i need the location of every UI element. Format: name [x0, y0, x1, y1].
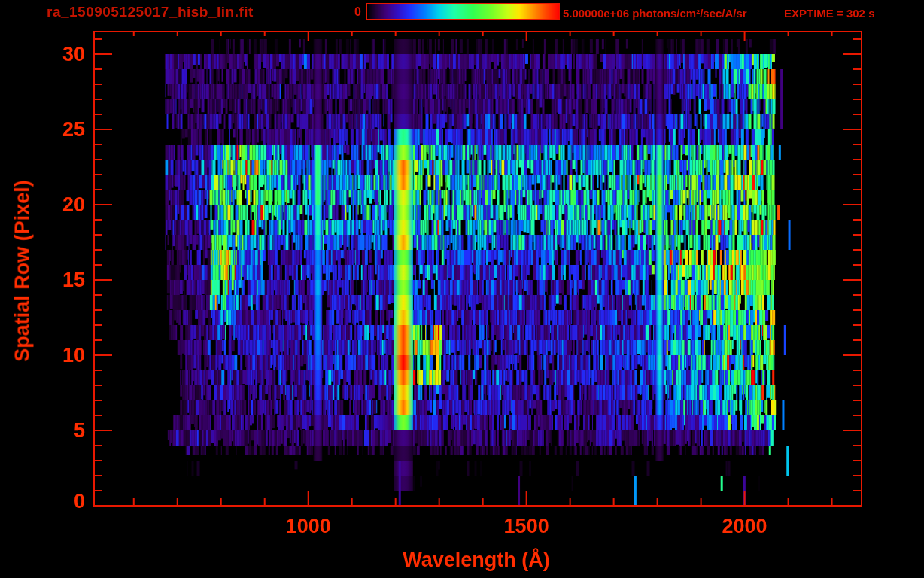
- colorbar-min-label: 0: [346, 5, 361, 19]
- x-tick-label-2000: 2000: [692, 515, 798, 538]
- y-tick-label-5: 5: [32, 419, 85, 443]
- x-axis-title: Wavelength (Å): [375, 549, 578, 572]
- spectrogram-plot-canvas: [0, 0, 924, 578]
- y-tick-label-0: 0: [32, 490, 85, 513]
- y-tick-label-10: 10: [32, 344, 85, 367]
- file-title: ra_150905125017_hisb_lin.fit: [47, 4, 254, 20]
- x-tick-label-1500: 1500: [474, 515, 579, 538]
- y-tick-label-25: 25: [32, 118, 85, 141]
- y-tick-label-30: 30: [32, 43, 85, 66]
- x-tick-label-1000: 1000: [256, 515, 361, 538]
- y-tick-label-20: 20: [32, 193, 85, 217]
- exptime-label: EXPTIME = 302 s: [784, 7, 874, 20]
- colorbar-max-label: 5.00000e+06 photons/cm²/sec/A/sr: [563, 7, 747, 20]
- y-tick-label-15: 15: [32, 269, 85, 292]
- spectrogram-window: ra_150905125017_hisb_lin.fit 0 5.00000e+…: [0, 0, 924, 578]
